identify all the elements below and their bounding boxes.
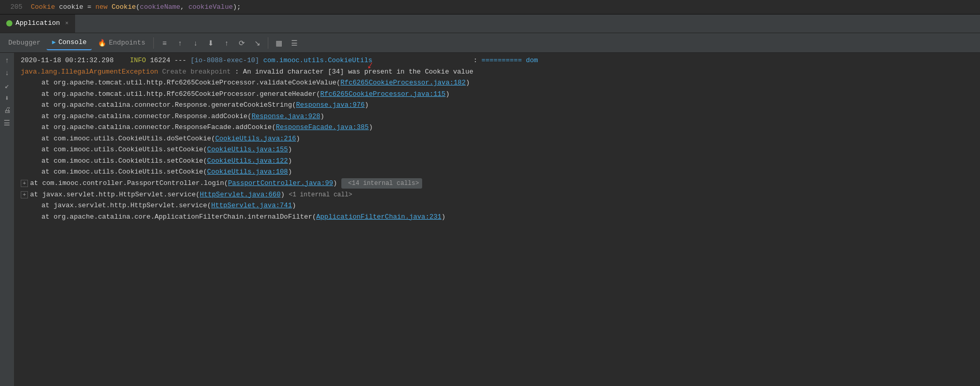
ide-window: 205 Cookie cookie = new Cookie(cookieNam… (0, 0, 980, 386)
stack-link-12[interactable]: HttpServlet.java:741 (211, 201, 292, 211)
exception-header-line: java.lang.IllegalArgumentException Creat… (15, 66, 980, 78)
sidebar-print-icon[interactable]: 🖨 (2, 105, 13, 116)
panel-toolbar: Debugger ▶ Console 🔥 Endpoints ≡ ↑ ↓ ⬇ ↑… (0, 33, 980, 53)
console-output[interactable]: 2020-11-18 00:21:32.298 INFO 16224 --- [… (15, 53, 980, 386)
stack-link-7[interactable]: CookieUtils.java:155 (207, 145, 288, 155)
log-class: com.imooc.utils.CookieUtils (263, 55, 372, 66)
stack-line-2: at org.apache.tomcat.util.http.Rfc6265Co… (15, 89, 980, 100)
stack-link-2[interactable]: Rfc6265CookieProcessor.java:115 (320, 89, 445, 99)
log-equals: ========== dom (481, 55, 538, 66)
log-level: INFO (130, 55, 146, 66)
stack-line-11-expandable[interactable]: + at javax.servlet.http.HttpServlet.serv… (15, 189, 980, 201)
menu-button[interactable]: ≡ (157, 36, 171, 50)
endpoints-icon: 🔥 (98, 39, 106, 47)
green-dot-icon (6, 20, 12, 26)
stack-line-7: at com.imooc.utils.CookieUtils.setCookie… (15, 144, 980, 155)
log-thread: [io-8088-exec-10] (191, 55, 260, 66)
table-button[interactable]: ▦ (271, 36, 286, 50)
line-number: 205 (10, 3, 22, 11)
stack-link-13[interactable]: ApplicationFilterChain.java:231 (316, 212, 442, 222)
stack-line-4: at org.apache.catalina.connector.Respons… (15, 111, 980, 122)
stack-line-5: at org.apache.catalina.connector.Respons… (15, 122, 980, 133)
tab-console[interactable]: ▶ Console (47, 35, 92, 50)
expand-icon-11[interactable]: + (21, 191, 28, 198)
download-button[interactable]: ⬇ (204, 36, 218, 50)
tab-label: Application (16, 19, 60, 27)
toolbar-separator-2 (268, 37, 268, 49)
stack-line-10-expandable[interactable]: + at com.imooc.controller.PassportContro… (15, 178, 980, 189)
application-tab[interactable]: Application × (0, 15, 75, 33)
upload-button[interactable]: ↑ (219, 36, 234, 50)
sidebar-corner-icon[interactable]: ↙ (2, 80, 13, 91)
left-sidebar: ↑ ↓ ↙ ⬇ 🖨 ☰ (0, 53, 15, 386)
stack-line-12: at javax.servlet.http.HttpServlet.servic… (15, 200, 980, 211)
stack-link-11[interactable]: HttpServlet.java:660 (200, 190, 281, 200)
internal-calls-badge-11: <1 internal call> (289, 190, 352, 199)
tab-bar: Application × (0, 15, 980, 33)
stack-line-8: at com.imooc.utils.CookieUtils.setCookie… (15, 155, 980, 167)
stack-link-4[interactable]: Response.java:928 (252, 111, 321, 122)
stack-line-3: at org.apache.catalina.connector.Respons… (15, 99, 980, 111)
stack-link-1[interactable]: Rfc6265CookieProcessor.java:182 (340, 78, 466, 88)
scroll-up-button[interactable]: ↑ (172, 36, 187, 50)
sidebar-menu-icon[interactable]: ☰ (2, 117, 13, 128)
stack-link-10[interactable]: PassportController.java:99 (228, 178, 333, 189)
settings-button[interactable]: ☰ (287, 36, 301, 50)
stack-link-8[interactable]: CookieUtils.java:122 (207, 156, 288, 166)
debugger-tab-label: Debugger (8, 39, 40, 47)
tab-debugger[interactable]: Debugger (3, 36, 46, 50)
sidebar-download-icon[interactable]: ⬇ (2, 92, 13, 104)
log-colon: : (372, 55, 482, 66)
endpoints-tab-label: Endpoints (109, 39, 145, 47)
toolbar-separator-1 (153, 37, 154, 49)
create-breakpoint-text[interactable]: Create breakpoint (158, 67, 235, 77)
stack-link-6[interactable]: CookieUtils.java:216 (215, 134, 296, 144)
stack-line-6: at com.imooc.utils.CookieUtils.doSetCook… (15, 133, 980, 145)
expand-icon-10[interactable]: + (21, 180, 28, 187)
tab-endpoints[interactable]: 🔥 Endpoints (93, 36, 150, 50)
log-timestamp: 2020-11-18 00:21:32.298 (21, 55, 113, 66)
stack-line-9: at com.imooc.utils.CookieUtils.setCookie… (15, 166, 980, 178)
log-line-info: 2020-11-18 00:21:32.298 INFO 16224 --- [… (15, 55, 980, 66)
exception-message: : An invalid character [34] was present … (235, 67, 473, 77)
sidebar-up-icon[interactable]: ↑ (2, 55, 13, 66)
stack-line-1: at org.apache.tomcat.util.http.Rfc6265Co… (15, 77, 980, 89)
code-editor-strip: 205 Cookie cookie = new Cookie(cookieNam… (0, 0, 980, 15)
reload-button[interactable]: ⟳ (235, 36, 249, 50)
stack-link-9[interactable]: CookieUtils.java:108 (207, 167, 288, 177)
filter-button[interactable]: ↘ (250, 36, 265, 50)
stack-line-13: at org.apache.catalina.core.ApplicationF… (15, 211, 980, 223)
sidebar-down-icon[interactable]: ↓ (2, 67, 13, 79)
code-text: Cookie cookie = new Cookie(cookieName, c… (31, 3, 241, 11)
stack-link-3[interactable]: Response.java:976 (296, 100, 365, 110)
internal-calls-badge-10: <14 internal calls> (341, 178, 422, 189)
soft-wrap-button[interactable]: ↓ (188, 36, 203, 50)
console-tab-label: Console (59, 38, 87, 46)
tab-close-button[interactable]: × (65, 20, 69, 26)
exception-class: java.lang.IllegalArgumentException (21, 67, 158, 77)
stack-link-5[interactable]: ResponseFacade.java:385 (276, 122, 368, 133)
console-icon: ▶ (52, 38, 55, 46)
